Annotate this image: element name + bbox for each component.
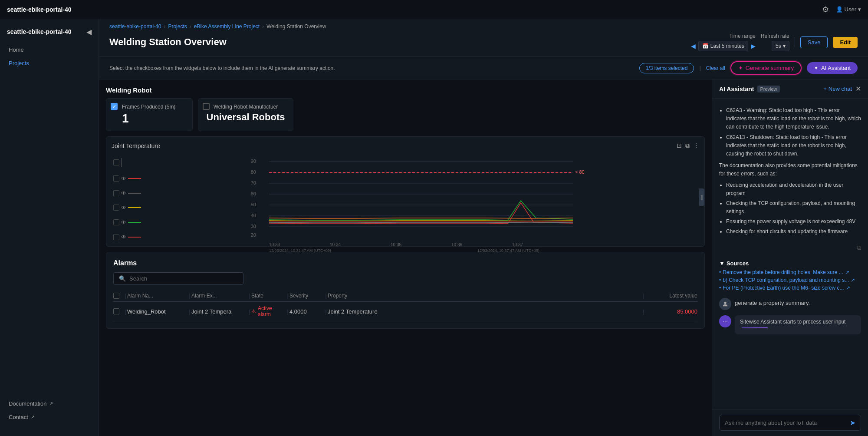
- state-header: State: [251, 293, 286, 299]
- svg-text:10:34: 10:34: [330, 242, 341, 247]
- user-avatar: [719, 298, 731, 310]
- row-state: ⚠ Active alarm: [251, 305, 286, 317]
- widget-2-checkbox[interactable]: [203, 103, 210, 110]
- ext-link-icon-1: ↗: [845, 269, 849, 275]
- divider-4: |: [286, 293, 289, 299]
- row-checkbox[interactable]: [113, 308, 124, 314]
- row-checkbox-el[interactable]: [113, 308, 119, 314]
- legend-checkbox-1[interactable]: [113, 159, 119, 165]
- sparkle-icon: ✦: [738, 65, 743, 71]
- chart-duplicate-icon[interactable]: ⧉: [685, 142, 690, 149]
- chart-menu-icon[interactable]: ⋮: [693, 142, 699, 149]
- ai-chat-input[interactable]: [725, 419, 850, 426]
- row-alarm-ex: Joint 2 Tempera: [191, 308, 248, 315]
- ai-sidebar: AI Assistant Preview + New chat ✕: [712, 79, 868, 436]
- chart-svg-container: > 80 90 80 70 60 50 40 30 20: [143, 153, 699, 241]
- alarms-title: Alarms: [113, 259, 697, 267]
- page-title-controls: Time range ◀ 📅 Last 5 minutes ▶ Refresh …: [691, 33, 858, 51]
- eye-icon-3[interactable]: 👁: [121, 205, 126, 211]
- eye-icon-4[interactable]: 👁: [121, 219, 126, 225]
- row-divider-5: |: [324, 308, 328, 315]
- user-menu[interactable]: 👤 User ▾: [836, 6, 861, 13]
- ai-bullet-6: Checking for short circuits and updating…: [726, 228, 861, 236]
- close-ai-button[interactable]: ✕: [855, 85, 861, 93]
- breadcrumb: seattle-ebike-portal-40 › Projects › eBi…: [109, 23, 858, 30]
- breadcrumb-sep-2: ›: [190, 23, 191, 30]
- source-link-1[interactable]: • Remove the plate before drilling holes…: [719, 269, 861, 275]
- new-chat-button[interactable]: + New chat: [823, 86, 852, 92]
- generate-summary-button[interactable]: ✦ Generate summary: [730, 61, 802, 75]
- summary-bar-text: Select the checkboxes from the widgets b…: [109, 65, 335, 71]
- chart-expand-icon[interactable]: ⊡: [677, 142, 682, 149]
- legend-cb-row-5: 👁: [113, 219, 141, 225]
- source-link-3[interactable]: • For PE (Protective Earth) use the M6- …: [719, 285, 861, 291]
- manufacturer-value: Universal Robots: [204, 112, 288, 123]
- frames-produced-widget: Frames Produced (5m) 1: [106, 98, 193, 131]
- sidebar-item-home[interactable]: Home: [3, 43, 95, 56]
- source-text-3: For PE (Protective Earth) use the M6- si…: [723, 285, 844, 291]
- dashboard-area: Welding Robot Frames Produced (5m) 1 Wel…: [99, 79, 868, 436]
- portal-title: seattle-ebike-portal-40: [7, 6, 72, 13]
- bullet-icon-1: •: [719, 269, 721, 275]
- search-icon: 🔍: [119, 275, 126, 282]
- sidebar-header: seattle-ebike-portal-40 ◀: [0, 24, 99, 43]
- contact-label: Contact: [9, 414, 28, 420]
- ai-assistant-button[interactable]: ✦ AI Assistant: [807, 62, 858, 74]
- legend-checkbox-2[interactable]: [113, 175, 119, 182]
- legend-checkbox-4[interactable]: [113, 205, 119, 211]
- bullet-icon-3: •: [719, 285, 721, 291]
- breadcrumb-portal[interactable]: seattle-ebike-portal-40: [109, 23, 161, 30]
- items-selected-button[interactable]: 1/3 items selected: [639, 63, 694, 73]
- copy-icon[interactable]: ⧉: [857, 244, 861, 251]
- eye-icon-1[interactable]: 👁: [121, 175, 126, 182]
- clear-all-button[interactable]: Clear all: [706, 65, 725, 71]
- chart-svg: > 80 90 80 70 60 50 40 30 20: [143, 153, 699, 240]
- chart-title: Joint Temperature: [112, 142, 160, 149]
- ai-bullet-list-1: C62A3 - Warning: Static load too high - …: [719, 106, 861, 158]
- legend-checkbox-6[interactable]: [113, 234, 119, 240]
- ai-send-button[interactable]: ➤: [850, 419, 855, 427]
- eye-icon-2[interactable]: 👁: [121, 190, 126, 196]
- chart-collapse-handle[interactable]: ‖: [699, 188, 704, 206]
- row-divider-2: |: [188, 308, 191, 315]
- eye-icon-5[interactable]: 👁: [121, 234, 126, 240]
- legend-checkbox-5[interactable]: [113, 219, 119, 225]
- legend-cb-row-6: 👁: [113, 234, 141, 240]
- frames-produced-label: Frames Produced (5m): [122, 104, 187, 110]
- external-link-icon-2: ↗: [31, 414, 35, 420]
- sidebar-link-contact[interactable]: Contact ↗: [3, 410, 95, 424]
- search-input[interactable]: [129, 275, 238, 282]
- svg-text:90: 90: [251, 159, 256, 164]
- ai-assistant-label: AI Assistant: [821, 65, 851, 71]
- time-range-control[interactable]: 📅 Last 5 minutes: [698, 41, 748, 51]
- summary-bar-actions: 1/3 items selected | Clear all ✦ Generat…: [639, 61, 858, 75]
- ai-sparkle-icon: ✦: [814, 65, 819, 71]
- row-alarm-name: Welding_Robot: [127, 308, 188, 315]
- gear-icon[interactable]: ⚙: [822, 5, 829, 14]
- header-checkbox[interactable]: [113, 293, 119, 299]
- save-button[interactable]: Save: [800, 36, 828, 48]
- row-divider-1: |: [124, 308, 127, 315]
- legend-cb-row-4: 👁: [113, 205, 141, 211]
- breadcrumb-project[interactable]: eBike Assembly Line Project: [194, 23, 260, 30]
- widget-1-checkbox[interactable]: [111, 103, 118, 110]
- sidebar-link-documentation[interactable]: Documentation ↗: [3, 397, 95, 410]
- main-layout: seattle-ebike-portal-40 ◀ Home Projects …: [0, 19, 868, 436]
- legend-checkbox-3[interactable]: [113, 190, 119, 196]
- legend-line-5: [128, 237, 141, 238]
- source-link-2[interactable]: • b) Check TCP configuration, payload an…: [719, 277, 861, 283]
- svg-text:10:36: 10:36: [451, 242, 462, 247]
- time-prev-button[interactable]: ◀: [691, 43, 696, 50]
- external-link-icon: ↗: [49, 401, 53, 406]
- search-bar[interactable]: 🔍: [113, 272, 243, 285]
- manufacturer-widget: Welding Robot Manufactuer Universal Robo…: [198, 98, 293, 131]
- edit-button[interactable]: Edit: [833, 37, 858, 48]
- breadcrumb-projects[interactable]: Projects: [168, 23, 187, 30]
- sidebar-collapse-button[interactable]: ◀: [86, 28, 92, 36]
- alarm-ex-header: Alarm Ex...: [191, 293, 248, 299]
- refresh-rate-select[interactable]: 5s ▾: [772, 41, 789, 51]
- chart-header: Joint Temperature ⊡ ⧉ ⋮: [112, 142, 699, 149]
- select-all-checkbox[interactable]: [113, 293, 124, 299]
- sidebar-item-projects[interactable]: Projects: [3, 56, 95, 70]
- time-next-button[interactable]: ▶: [751, 43, 756, 50]
